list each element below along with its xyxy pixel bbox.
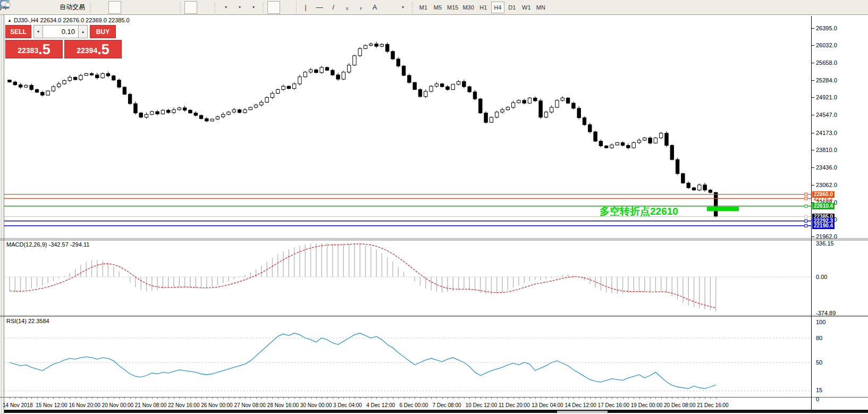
sell-button[interactable]: SELL [5, 25, 31, 38]
price-tick-label: 21962.0 [816, 233, 837, 240]
toolbar: 订单 自动交易 ▾ ▾ ▾ | — / E F A T ▾ M1M5M15M30… [0, 0, 868, 15]
date-label: 30 Nov 00:00 [300, 402, 332, 408]
toolbar-grip[interactable] [214, 2, 216, 13]
chart-shift-button[interactable] [198, 1, 211, 14]
toolbar-grip[interactable] [89, 2, 92, 13]
zoom-in-button[interactable] [136, 1, 149, 14]
auto-scroll-button[interactable] [184, 1, 197, 14]
tile-windows-button[interactable] [164, 1, 176, 14]
price-tick [812, 202, 814, 203]
price-tick-label: 24921.0 [816, 94, 837, 100]
channel-sub-label: E [346, 7, 349, 11]
time-tick [552, 398, 552, 399]
time-tick [262, 398, 262, 399]
time-tick [448, 398, 448, 399]
bar-chart-button[interactable] [95, 1, 107, 14]
time-tick [469, 398, 470, 399]
price-tag: 22860.0 [812, 191, 835, 198]
trendline-tool[interactable]: / [327, 1, 340, 14]
vline-icon: | [305, 3, 306, 11]
price-tick-label: 26395.0 [816, 25, 837, 31]
arrows-tool-dropdown[interactable]: ▾ [396, 1, 409, 14]
date-label: 26 Nov 00:00 [201, 402, 233, 408]
crosshair-button[interactable] [281, 1, 294, 14]
horizontal-scrollbar-thumb[interactable] [557, 411, 608, 413]
pane-separator[interactable] [0, 238, 868, 239]
cursor-button[interactable] [267, 1, 280, 14]
chat-icon[interactable] [834, 1, 847, 14]
toolbar-grip[interactable] [411, 2, 414, 13]
window-left-edge [0, 15, 4, 414]
time-tick [81, 398, 81, 399]
pane-separator[interactable] [0, 315, 868, 316]
timeframe-h1[interactable]: H1 [477, 2, 490, 13]
main-chart-pane[interactable]: ▲ DJ30-,H4 22634.0 22676.0 22369.0 22385… [4, 16, 811, 238]
buy-price-box[interactable]: 22394.5 [64, 40, 122, 58]
search-icon[interactable] [820, 1, 833, 14]
candlestick-canvas[interactable] [4, 16, 811, 238]
volume-down-button[interactable]: ▾ [33, 25, 43, 38]
new-chart-dropdown[interactable]: ▾ [219, 1, 232, 14]
time-tick [250, 398, 251, 399]
timeframe-h4[interactable]: H4 [491, 2, 504, 13]
time-tick [579, 398, 579, 399]
sell-price-box[interactable]: 22383.5 [5, 40, 63, 58]
price-tick [812, 167, 814, 168]
timeframe-mn[interactable]: MN [534, 2, 547, 13]
time-tick [360, 398, 360, 399]
sell-price-base: 22383 [18, 44, 38, 57]
fibonacci-tool[interactable]: F [355, 1, 367, 14]
time-tick [639, 398, 640, 399]
time-tick [508, 398, 508, 399]
vertical-line-tool[interactable]: | [299, 1, 312, 14]
rsi-canvas [4, 317, 811, 396]
volume-input[interactable] [43, 25, 78, 38]
mql5-gem-icon[interactable] [16, 1, 29, 14]
timeframe-m15[interactable]: M15 [445, 2, 460, 13]
periods-dropdown[interactable]: ▾ [233, 1, 246, 14]
text-label-tool[interactable]: T [382, 1, 395, 14]
date-label: 15 Nov 12:00 [36, 402, 68, 408]
time-tick [322, 398, 322, 399]
price-tick [812, 97, 814, 98]
date-label: 4 Dec 12:00 [366, 402, 395, 408]
timeframe-m5[interactable]: M5 [431, 2, 444, 13]
zoom-out-button[interactable] [150, 1, 163, 14]
equidistant-channel-tool[interactable]: E [341, 1, 353, 14]
volume-up-button[interactable]: ▴ [78, 25, 88, 38]
time-tick [387, 398, 388, 399]
timeframe-m30[interactable]: M30 [461, 2, 475, 13]
time-tick [513, 398, 514, 399]
rsi-label: RSI(14) 22.3584 [6, 318, 49, 324]
toolbar-grip[interactable] [262, 2, 265, 13]
time-tick [404, 398, 404, 399]
text-tool[interactable]: A [368, 1, 381, 14]
time-tick [305, 398, 306, 399]
autotrading-button[interactable]: 自动交易 [58, 1, 87, 14]
timeframe-d1[interactable]: D1 [505, 2, 519, 13]
community-profile-icon[interactable] [30, 1, 43, 14]
time-tick [634, 398, 634, 399]
templates-dropdown[interactable]: ▾ [247, 1, 259, 14]
candlestick-chart-button[interactable] [108, 1, 121, 14]
price-tick [812, 63, 814, 63]
time-tick [453, 398, 453, 399]
timeframe-m1[interactable]: M1 [417, 2, 430, 13]
rsi-pane[interactable]: RSI(14) 22.3584 [4, 317, 811, 396]
macd-pane[interactable]: MACD(12,26,9) -342.57 -294.11 [4, 240, 811, 315]
collapse-icon[interactable]: ▲ [7, 18, 12, 23]
time-tick [475, 398, 476, 399]
toolbar-grip[interactable] [179, 2, 182, 13]
time-tick [655, 398, 656, 399]
time-tick [157, 398, 158, 399]
line-chart-button[interactable] [122, 1, 135, 14]
price-tick [812, 219, 814, 220]
time-tick [43, 398, 43, 399]
time-tick [316, 398, 317, 399]
signals-icon[interactable] [44, 1, 57, 14]
time-tick [688, 398, 689, 399]
timeframe-w1[interactable]: W1 [520, 2, 533, 13]
horizontal-line-tool[interactable]: — [313, 1, 326, 14]
time-tick [196, 398, 196, 399]
buy-button[interactable]: BUY [90, 25, 116, 38]
